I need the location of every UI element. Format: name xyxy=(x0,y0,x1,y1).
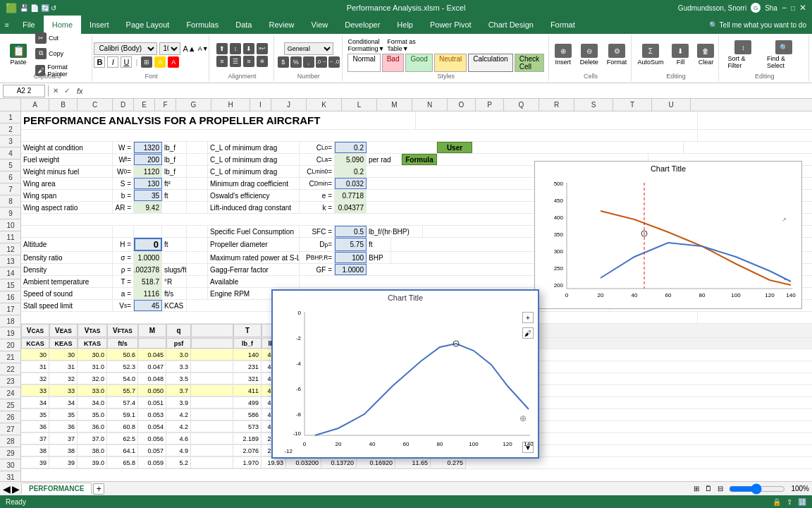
autosum-button[interactable]: ΣAutoSum xyxy=(634,42,666,67)
table-cell[interactable]: 37 xyxy=(21,433,49,445)
table-cell[interactable]: 499 xyxy=(233,397,262,409)
close-btn[interactable]: ✕ xyxy=(799,3,806,13)
table-cell[interactable]: 0.050 xyxy=(138,385,166,397)
table-cell[interactable]: 3.5 xyxy=(166,373,191,385)
table-cell[interactable]: 3.0 xyxy=(166,349,191,361)
table-cell[interactable]: 140 xyxy=(233,349,262,361)
fill-button[interactable]: ⬇Fill xyxy=(669,42,691,67)
style-normal[interactable]: Normal xyxy=(347,54,380,72)
chart-style-btn[interactable]: 🖌 xyxy=(522,327,534,339)
table-cell[interactable]: 59.1 xyxy=(107,409,138,421)
clear-button[interactable]: 🗑Clear xyxy=(694,42,717,67)
table-cell[interactable]: 34 xyxy=(21,397,49,409)
alt-value[interactable]: 0 xyxy=(134,238,162,251)
table-cell[interactable]: 4.9 xyxy=(166,445,191,456)
table-cell[interactable]: 0.047 xyxy=(138,361,166,373)
format-cells-button[interactable]: ⚙Format xyxy=(604,42,630,67)
increase-decimal-icon[interactable]: .0→ xyxy=(316,56,327,68)
table-cell[interactable]: 39 xyxy=(49,457,78,468)
table-cell[interactable]: 33 xyxy=(21,385,49,397)
table-cell[interactable]: 0.053 xyxy=(138,409,166,421)
table-cell[interactable]: 573 xyxy=(233,421,262,433)
align-right-icon[interactable]: ≡ xyxy=(243,56,254,67)
delete-cells-button[interactable]: ⊖Delete xyxy=(577,42,601,67)
table-cell[interactable]: 0.048 xyxy=(138,373,166,385)
table-cell[interactable]: 35 xyxy=(21,409,49,421)
sheet-tab-performance[interactable]: PERFORMANCE xyxy=(21,483,92,495)
table-cell[interactable]: 32 xyxy=(49,373,78,385)
table-cell[interactable]: 36 xyxy=(21,421,49,433)
table-cell[interactable]: 36.0 xyxy=(78,421,107,433)
font-size-select[interactable]: 10 xyxy=(159,42,180,55)
table-cell[interactable]: 31 xyxy=(49,361,78,373)
sfc-value[interactable]: 0.5 xyxy=(335,226,367,237)
table-cell[interactable]: 1.970 xyxy=(233,457,262,468)
fw-value[interactable]: 200 xyxy=(134,154,162,165)
vs-value[interactable]: 45 xyxy=(134,300,162,311)
align-left-icon[interactable]: ≡ xyxy=(216,56,228,67)
share-btn[interactable]: Sha xyxy=(765,4,777,12)
table-cell[interactable]: 65.8 xyxy=(107,457,138,468)
table-cell[interactable]: 5.2 xyxy=(166,457,191,468)
table-cell[interactable]: 586 xyxy=(233,409,262,421)
table-cell[interactable] xyxy=(191,361,233,373)
decrease-decimal-icon[interactable]: ←.0 xyxy=(328,56,340,68)
name-box[interactable] xyxy=(3,85,45,97)
align-bottom-icon[interactable]: ⬇ xyxy=(243,43,254,54)
min-drag-value[interactable]: 0.032 xyxy=(335,178,367,189)
user-button[interactable]: User xyxy=(437,142,472,153)
table-cell[interactable]: 57.4 xyxy=(107,397,138,409)
table-cell[interactable]: 35.0 xyxy=(78,409,107,421)
table-cell[interactable]: 0.059 xyxy=(138,457,166,468)
align-middle-icon[interactable]: ↕ xyxy=(230,43,241,54)
table-cell[interactable]: 32.0 xyxy=(78,373,107,385)
align-top-icon[interactable]: ⬆ xyxy=(216,43,228,54)
tab-developer[interactable]: Developer xyxy=(336,16,388,34)
format-as-table-btn[interactable]: Format asTable▼ xyxy=(387,38,416,52)
italic-button[interactable]: I xyxy=(107,56,118,68)
cl-value-1[interactable]: 0.2 xyxy=(335,142,367,153)
table-cell[interactable]: 4.2 xyxy=(166,421,191,433)
table-cell[interactable]: 4.2 xyxy=(166,409,191,421)
table-cell[interactable]: 321 xyxy=(233,373,262,385)
chart-embedded[interactable]: Chart Title 500 450 400 350 300 250 200 … xyxy=(534,161,802,309)
table-cell[interactable]: 0.051 xyxy=(138,397,166,409)
gf-value[interactable]: 1.0000 xyxy=(335,264,367,275)
page-layout-btn[interactable]: 🗒 xyxy=(705,485,712,492)
table-cell[interactable]: 30.0 xyxy=(78,349,107,361)
table-cell[interactable] xyxy=(191,397,233,409)
table-cell[interactable]: 31 xyxy=(21,361,49,373)
table-cell[interactable]: 35 xyxy=(49,409,78,421)
table-cell[interactable]: 37.0 xyxy=(78,433,107,445)
tab-view[interactable]: View xyxy=(303,16,337,34)
table-cell[interactable] xyxy=(191,385,233,397)
table-cell[interactable]: 2.076 xyxy=(233,445,262,456)
table-cell[interactable]: 31.0 xyxy=(78,361,107,373)
style-neutral[interactable]: Neutral xyxy=(434,54,467,72)
tab-page-layout[interactable]: Page Layout xyxy=(118,16,178,34)
style-check-cell[interactable]: Check Cell xyxy=(515,54,544,72)
conditional-format-btn[interactable]: ConditionalFormatting▼ xyxy=(347,38,384,52)
paste-button[interactable]: 📋 Paste xyxy=(7,42,30,67)
table-cell[interactable]: 0.054 xyxy=(138,421,166,433)
table-cell[interactable] xyxy=(191,349,233,361)
align-center-icon[interactable]: ☰ xyxy=(230,56,241,67)
table-cell[interactable] xyxy=(191,445,233,456)
table-cell[interactable]: 36 xyxy=(49,421,78,433)
style-calculation[interactable]: Calculation xyxy=(468,54,512,72)
table-cell[interactable]: 55.7 xyxy=(107,385,138,397)
add-sheet-button[interactable]: + xyxy=(93,483,104,495)
tab-power-pivot[interactable]: Power Pivot xyxy=(422,16,480,34)
table-cell[interactable]: 3.3 xyxy=(166,361,191,373)
table-cell[interactable]: 34.0 xyxy=(78,397,107,409)
page-break-btn[interactable]: ⊟ xyxy=(718,485,723,492)
wrap-text-icon[interactable]: ≡↵ xyxy=(257,43,268,54)
table-cell[interactable]: 39 xyxy=(21,457,49,468)
bold-button[interactable]: B xyxy=(94,56,105,68)
table-cell[interactable]: 0.045 xyxy=(138,349,166,361)
table-cell[interactable]: 62.5 xyxy=(107,433,138,445)
tab-formulas[interactable]: Formulas xyxy=(178,16,227,34)
cancel-formula-btn[interactable]: ✕ xyxy=(51,87,60,95)
font-color-icon[interactable]: A xyxy=(168,56,179,68)
table-cell[interactable]: 33.0 xyxy=(78,385,107,397)
